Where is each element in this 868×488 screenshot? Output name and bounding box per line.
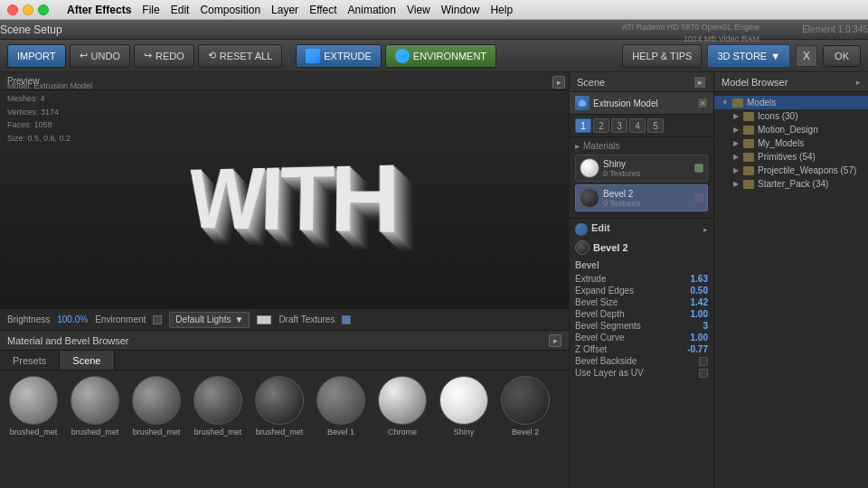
extrude-icon <box>306 49 320 63</box>
menu-animation[interactable]: Animation <box>348 4 396 16</box>
reset-button[interactable]: ⟲ RESET ALL <box>198 44 283 68</box>
prop-use-layer-uv: Use Layer as UV <box>575 367 708 379</box>
scene-num-btn-3[interactable]: 3 <box>611 118 627 133</box>
mat-ball-4 <box>255 376 304 425</box>
tab-scene[interactable]: Scene <box>60 351 114 370</box>
preview-controls: Brightness 100.0% Environment Default Li… <box>0 308 569 330</box>
tree-item-mymodels[interactable]: ▶ My_Models <box>714 136 868 150</box>
scene-num-btn-1[interactable]: 1 <box>575 118 591 133</box>
bevel-section-title: Bevel <box>575 260 708 270</box>
tree-item-projectile[interactable]: ▶ Projectile_Weapons (57) <box>714 164 868 177</box>
lights-dropdown-arrow: ▼ <box>234 314 243 324</box>
gpu-info: ATI Radeon HD 5870 OpenGL Engine 1024 MB… <box>622 22 760 44</box>
mat-label-3: brushed_met <box>194 427 242 436</box>
close-window-btn[interactable] <box>7 5 18 15</box>
environment-ctrl-label: Environment <box>95 314 146 324</box>
undo-button[interactable]: ↩ UNDO <box>70 44 130 68</box>
menu-window[interactable]: Window <box>441 4 480 16</box>
prop-bevel-depth: Bevel Depth 1.00 <box>575 308 708 320</box>
ok-button[interactable]: OK <box>823 45 861 67</box>
store-button[interactable]: 3D STORE ▼ <box>707 44 790 68</box>
tree-item-motiondesign[interactable]: ▶ Motion_Design <box>714 123 868 136</box>
edit-item-name: Bevel 2 <box>593 242 628 253</box>
menu-composition[interactable]: Composition <box>200 4 260 16</box>
bevel-backside-toggle[interactable] <box>699 357 708 366</box>
tree-item-models[interactable]: ▼ Models <box>714 96 868 109</box>
mat-item-1[interactable]: brushed_met <box>67 376 123 483</box>
menu-view[interactable]: View <box>407 4 430 16</box>
mat-item-0[interactable]: brushed_met <box>5 376 61 483</box>
prop-bevel-backside: Bevel Backside <box>575 355 708 367</box>
scene-num-btn-5[interactable]: 5 <box>647 118 664 133</box>
mat-item-6[interactable]: Chrome <box>374 376 430 483</box>
menu-effect[interactable]: Effect <box>309 4 336 16</box>
main-toolbar: IMPORT ↩ UNDO ↪ REDO ⟲ RESET ALL EXTRUDE… <box>0 40 868 72</box>
tree-item-primitives[interactable]: ▶ Primitives (54) <box>714 150 868 164</box>
toolbar-divider <box>288 47 289 65</box>
environment-button[interactable]: ENVIRONMENT <box>385 44 496 68</box>
edit-expand-btn[interactable]: ▸ <box>703 225 708 234</box>
edit-section: Edit ▸ Bevel 2 Bevel Extrude 1.63 Expand… <box>570 218 713 488</box>
menu-file[interactable]: File <box>142 4 159 16</box>
scene-panel: Scene ▸ Extrusion Model ✕ 1 2 3 4 5 <box>570 72 714 488</box>
redo-button[interactable]: ↪ REDO <box>134 44 194 68</box>
mat-label-6: Chrome <box>388 427 417 436</box>
scene-panel-expand[interactable]: ▸ <box>693 76 706 89</box>
import-button[interactable]: IMPORT <box>7 44 66 68</box>
scene-num-btn-4[interactable]: 4 <box>629 118 646 133</box>
fullscreen-window-btn[interactable] <box>38 5 49 15</box>
mat-item-5[interactable]: Bevel 1 <box>313 376 369 483</box>
model-browser-expand-btn[interactable]: ▸ <box>856 78 861 87</box>
gpu-line1: ATI Radeon HD 5870 OpenGL Engine <box>622 22 760 33</box>
menu-help[interactable]: Help <box>490 4 513 16</box>
toolbar-right: HELP & TIPS 3D STORE ▼ X OK <box>622 44 861 68</box>
brightness-value[interactable]: 100.0% <box>57 314 88 324</box>
scene-num-btn-2[interactable]: 2 <box>593 118 609 133</box>
tab-presets[interactable]: Presets <box>0 351 60 370</box>
version-label: Element 1.0.345 <box>802 24 868 34</box>
environment-toggle[interactable] <box>153 315 162 324</box>
mat-ball-2 <box>132 376 181 425</box>
mat-ball-0 <box>9 376 58 425</box>
mat-color-bevel2 <box>694 193 703 202</box>
window-controls[interactable] <box>7 5 49 15</box>
tree-arrow-motiondesign: ▶ <box>732 127 740 134</box>
preview-3d-viewport[interactable]: WITH <box>0 89 569 308</box>
mat-item-2[interactable]: brushed_met <box>128 376 184 483</box>
tree-arrow-primitives: ▶ <box>732 154 740 161</box>
content-area: Preview ▸ Model: Extrusion Model Meshes:… <box>0 72 868 488</box>
brightness-label: Brightness <box>7 314 50 324</box>
mat-item-8[interactable]: Bevel 2 <box>497 376 553 483</box>
material-row-bevel2[interactable]: Bevel 2 0 Textures <box>575 184 708 211</box>
scene-model-item[interactable]: Extrusion Model ✕ <box>570 92 713 115</box>
mat-item-4[interactable]: brushed_met <box>251 376 307 483</box>
mat-ball-bevel2 <box>580 188 599 208</box>
minimize-window-btn[interactable] <box>23 5 33 15</box>
use-layer-uv-toggle[interactable] <box>699 369 708 378</box>
tree-item-starterpack[interactable]: ▶ Starter_Pack (34) <box>714 177 868 191</box>
mat-ball-7 <box>439 376 488 425</box>
close-dialog-button[interactable]: X <box>796 45 817 67</box>
menu-edit[interactable]: Edit <box>171 4 190 16</box>
folder-icon-mymodels <box>743 139 754 148</box>
material-row-shiny[interactable]: Shiny 0 Textures <box>575 155 708 182</box>
draft-textures-toggle[interactable] <box>342 315 351 324</box>
preview-expand-btn[interactable]: ▸ <box>552 76 565 89</box>
mat-item-7[interactable]: Shiny <box>436 376 492 483</box>
material-browser-expand-btn[interactable]: ▸ <box>549 334 561 347</box>
extrude-button[interactable]: EXTRUDE <box>296 44 382 68</box>
folder-icon-models <box>732 99 743 108</box>
tree-item-icons[interactable]: ▶ Icons (30) <box>714 109 868 123</box>
help-tips-button[interactable]: HELP & TIPS <box>622 44 702 68</box>
draft-textures-label: Draft Textures <box>278 314 335 324</box>
lights-dropdown[interactable]: Default Lights ▼ <box>169 312 250 328</box>
mat-item-3[interactable]: brushed_met <box>190 376 246 483</box>
folder-icon-starterpack <box>743 180 754 189</box>
scene-model-close[interactable]: ✕ <box>697 98 708 108</box>
lights-label: Default Lights <box>175 314 231 324</box>
menu-layer[interactable]: Layer <box>271 4 298 16</box>
materials-section-header: ▸ Materials <box>575 141 708 151</box>
scene-num-buttons: 1 2 3 4 5 <box>570 115 713 137</box>
preview-area: Preview ▸ Model: Extrusion Model Meshes:… <box>0 72 569 308</box>
color-swatch[interactable] <box>257 315 271 324</box>
